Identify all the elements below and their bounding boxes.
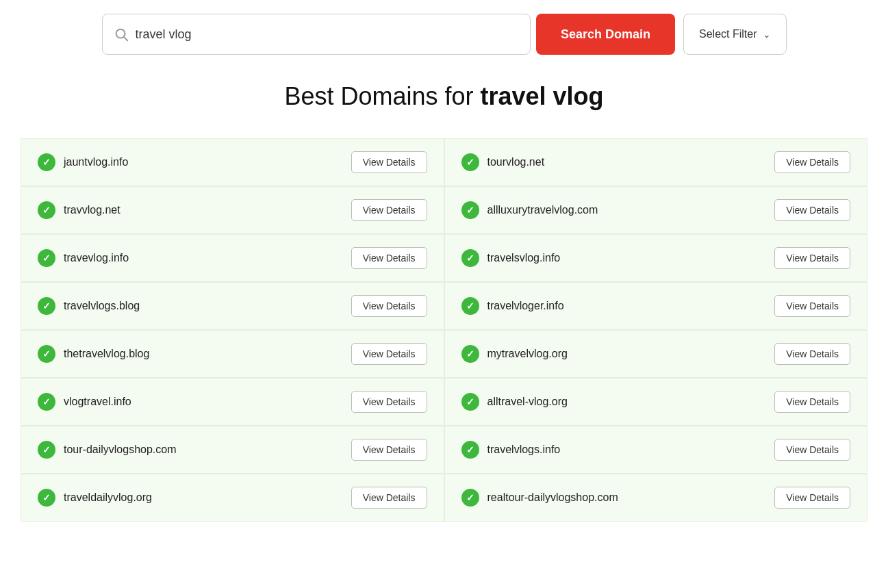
domain-left: realtour-dailyvlogshop.com — [461, 489, 618, 507]
filter-button[interactable]: Select Filter ⌄ — [683, 14, 786, 55]
view-details-button[interactable]: View Details — [351, 391, 427, 413]
domain-name: travelvlogs.info — [487, 444, 561, 456]
domain-name: thetravelvlog.blog — [64, 348, 149, 360]
domain-item: tour-dailyvlogshop.com View Details — [21, 426, 444, 474]
domain-name: alltravel-vlog.org — [487, 396, 568, 408]
domain-item: travelsvlog.info View Details — [444, 234, 868, 282]
domain-left: thetravelvlog.blog — [38, 345, 149, 363]
available-icon — [38, 489, 55, 507]
view-details-button[interactable]: View Details — [351, 343, 427, 365]
view-details-button[interactable]: View Details — [774, 247, 850, 269]
domain-name: mytravelvlog.org — [487, 348, 568, 360]
view-details-button[interactable]: View Details — [774, 439, 850, 461]
available-icon — [461, 153, 479, 171]
view-details-button[interactable]: View Details — [351, 439, 427, 461]
domain-item: vlogtravel.info View Details — [21, 378, 444, 426]
view-details-button[interactable]: View Details — [351, 199, 427, 221]
domain-item: travelvlogs.info View Details — [444, 426, 868, 474]
domain-item: allluxurytravelvlog.com View Details — [444, 186, 868, 234]
view-details-button[interactable]: View Details — [351, 487, 427, 509]
domain-name: travelsvlog.info — [487, 252, 561, 264]
page-title-bold: travel vlog — [481, 82, 604, 110]
domain-name: travelvloger.info — [487, 300, 564, 312]
search-bar-container: Search Domain Select Filter ⌄ — [102, 14, 787, 55]
domain-name: allluxurytravelvlog.com — [487, 204, 598, 216]
view-details-button[interactable]: View Details — [351, 151, 427, 173]
view-details-button[interactable]: View Details — [774, 295, 850, 317]
available-icon — [38, 441, 55, 459]
available-icon — [38, 201, 55, 219]
domain-item: tourvlog.net View Details — [444, 138, 868, 186]
domain-name: tourvlog.net — [487, 156, 545, 168]
domain-name: tour-dailyvlogshop.com — [64, 444, 177, 456]
search-input-wrapper — [102, 14, 531, 55]
domain-left: tour-dailyvlogshop.com — [38, 441, 177, 459]
available-icon — [461, 393, 479, 411]
domain-left: traveldailyvlog.org — [38, 489, 152, 507]
view-details-button[interactable]: View Details — [774, 199, 850, 221]
domain-left: travelvloger.info — [461, 297, 564, 315]
available-icon — [461, 489, 479, 507]
domain-left: travvlog.net — [38, 201, 120, 219]
available-icon — [38, 297, 55, 315]
domain-item: travelvlogs.blog View Details — [21, 282, 444, 330]
domain-left: mytravelvlog.org — [461, 345, 568, 363]
domain-left: travevlog.info — [38, 249, 129, 267]
available-icon — [461, 249, 479, 267]
view-details-button[interactable]: View Details — [774, 343, 850, 365]
chevron-down-icon: ⌄ — [763, 29, 771, 40]
search-input[interactable] — [136, 27, 519, 42]
domain-name: travevlog.info — [64, 252, 129, 264]
domain-item: travevlog.info View Details — [21, 234, 444, 282]
view-details-button[interactable]: View Details — [351, 247, 427, 269]
available-icon — [38, 393, 55, 411]
search-domain-button[interactable]: Search Domain — [536, 14, 675, 55]
available-icon — [38, 153, 55, 171]
page-title: Best Domains for travel vlog — [21, 82, 867, 111]
domain-name: travelvlogs.blog — [64, 300, 140, 312]
domain-left: jauntvlog.info — [38, 153, 128, 171]
view-details-button[interactable]: View Details — [774, 487, 850, 509]
available-icon — [461, 345, 479, 363]
domain-item: travvlog.net View Details — [21, 186, 444, 234]
domain-item: jauntvlog.info View Details — [21, 138, 444, 186]
view-details-button[interactable]: View Details — [351, 295, 427, 317]
domain-name: vlogtravel.info — [64, 396, 131, 408]
view-details-button[interactable]: View Details — [774, 391, 850, 413]
domain-left: travelvlogs.info — [461, 441, 561, 459]
domain-left: tourvlog.net — [461, 153, 545, 171]
page-title-prefix: Best Domains for — [284, 82, 480, 110]
available-icon — [38, 345, 55, 363]
domain-left: travelvlogs.blog — [38, 297, 140, 315]
domain-left: travelsvlog.info — [461, 249, 561, 267]
domain-name: travvlog.net — [64, 204, 120, 216]
available-icon — [461, 297, 479, 315]
available-icon — [461, 441, 479, 459]
available-icon — [38, 249, 55, 267]
domain-item: realtour-dailyvlogshop.com View Details — [444, 474, 868, 522]
domain-left: vlogtravel.info — [38, 393, 131, 411]
domain-item: traveldailyvlog.org View Details — [21, 474, 444, 522]
filter-button-label: Select Filter — [699, 28, 757, 40]
available-icon — [461, 201, 479, 219]
domain-left: alltravel-vlog.org — [461, 393, 568, 411]
domain-left: allluxurytravelvlog.com — [461, 201, 598, 219]
domain-item: alltravel-vlog.org View Details — [444, 378, 868, 426]
view-details-button[interactable]: View Details — [774, 151, 850, 173]
domain-item: mytravelvlog.org View Details — [444, 330, 868, 378]
domain-results-grid: jauntvlog.info View Details tourvlog.net… — [21, 138, 867, 522]
search-icon — [114, 27, 129, 42]
svg-line-1 — [124, 37, 127, 40]
domain-name: realtour-dailyvlogshop.com — [487, 491, 618, 504]
domain-name: jauntvlog.info — [64, 156, 128, 168]
domain-item: thetravelvlog.blog View Details — [21, 330, 444, 378]
domain-item: travelvloger.info View Details — [444, 282, 868, 330]
domain-name: traveldailyvlog.org — [64, 491, 152, 504]
